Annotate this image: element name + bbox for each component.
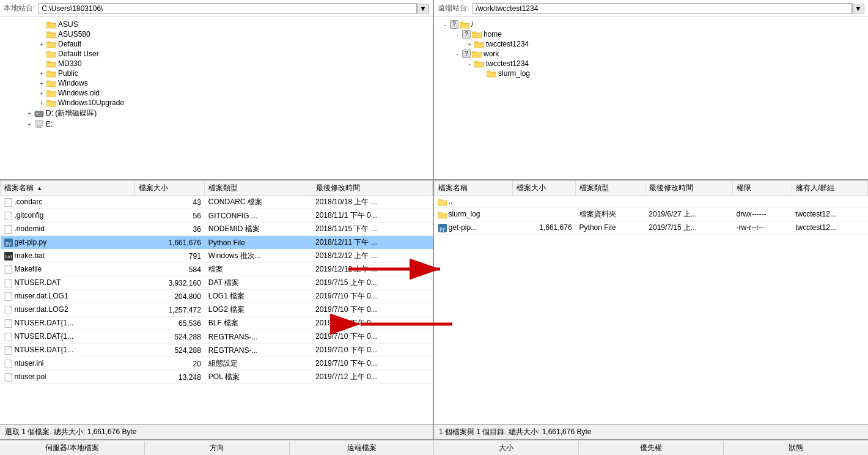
right-col-owner[interactable]: 擁有人/群組 <box>792 181 867 196</box>
right-col-size[interactable]: 檔案大小 <box>512 181 575 196</box>
right-tree-area[interactable]: -? /-? home+ twcctest1234-? work- twccte… <box>434 17 868 179</box>
right-col-perms[interactable]: 權限 <box>732 181 792 196</box>
file-type: NODEMID 檔案 <box>205 223 312 236</box>
left-file-row[interactable]: NTUSER.DAT{1... 65,536 BLF 檔案 2019/7/10 … <box>1 317 433 330</box>
file-size <box>512 196 575 208</box>
right-tree-item-work[interactable]: -? work <box>434 49 868 59</box>
left-path-input[interactable] <box>39 3 417 14</box>
right-col-modified[interactable]: 最後修改時間 <box>645 181 732 196</box>
tree-toggle[interactable]: + <box>37 41 46 48</box>
tree-toggle[interactable]: + <box>24 121 34 128</box>
left-file-row[interactable]: .nodemid 36 NODEMID 檔案 2018/11/15 下午 ... <box>1 223 433 236</box>
folder-icon <box>46 59 56 68</box>
file-icon <box>4 306 13 314</box>
left-file-row[interactable]: ntuser.ini 20 組態設定 2019/7/10 下午 0... <box>1 357 433 371</box>
tree-toggle[interactable]: - <box>465 61 474 67</box>
left-tree-item-drive_e[interactable]: + E: <box>0 119 433 129</box>
bottom-bar-item-方向[interactable]: 方向 <box>145 441 290 455</box>
left-col-name[interactable]: 檔案名稱 ▲ <box>1 181 135 196</box>
file-size: 584 <box>134 263 205 276</box>
file-type: GITCONFIG ... <box>205 209 312 223</box>
tree-toggle[interactable]: + <box>37 80 46 87</box>
file-name: NTUSER.DAT <box>1 276 135 290</box>
tree-toggle[interactable]: + <box>24 110 34 117</box>
left-col-type[interactable]: 檔案類型 <box>205 181 312 196</box>
tree-item-label: ASUS <box>58 20 78 29</box>
left-file-row[interactable]: .gitconfig 56 GITCONFIG ... 2018/11/1 下午… <box>1 209 433 223</box>
right-file-row[interactable]: pyget-pip... 1,661,676 Python File 2019/… <box>435 221 868 234</box>
left-tree-item-public[interactable]: + Public <box>0 68 433 78</box>
bottom-bar-item-狀態[interactable]: 狀態 <box>724 441 868 455</box>
right-file-scroll[interactable]: 檔案名稱 檔案大小 檔案類型 最後修改時間 權限 擁有人/群組 .. <box>434 180 868 424</box>
left-tree-area[interactable]: ASUS ASUS580+ Default Default User MD330… <box>0 17 433 179</box>
file-name: .condarc <box>1 196 135 209</box>
right-col-name[interactable]: 檔案名稱 <box>435 181 513 196</box>
right-path-input[interactable] <box>473 3 852 14</box>
right-tree-item-root[interactable]: -? / <box>434 20 868 29</box>
left-file-scroll[interactable]: 檔案名稱 ▲ 檔案大小 檔案類型 最後修改時間 .condarc 43 COND… <box>0 180 433 424</box>
left-file-row[interactable]: batmake.bat 791 Windows 批次... 2018/12/12… <box>1 250 433 263</box>
left-file-row[interactable]: NTUSER.DAT{1... 524,288 REGTRANS-... 201… <box>1 330 433 344</box>
left-tree-item-windows[interactable]: + Windows <box>0 78 433 88</box>
left-file-row[interactable]: NTUSER.DAT{1... 524,288 REGTRANS-... 201… <box>1 344 433 357</box>
file-name: NTUSER.DAT{1... <box>1 344 135 357</box>
bottom-bar-item-優先權[interactable]: 優先權 <box>579 441 724 455</box>
left-file-row[interactable]: ntuser.dat.LOG2 1,257,472 LOG2 檔案 2019/7… <box>1 303 433 317</box>
right-col-type[interactable]: 檔案類型 <box>576 181 645 196</box>
left-tree-item-md330[interactable]: MD330 <box>0 59 433 68</box>
file-type: LOG1 檔案 <box>205 290 312 303</box>
file-size: 36 <box>134 223 205 236</box>
tree-toggle[interactable]: + <box>37 70 46 77</box>
folder-icon <box>474 59 484 68</box>
file-size: 204,800 <box>134 290 205 303</box>
left-tree-item-windowsold[interactable]: + Windows.old <box>0 88 433 98</box>
tree-item-label: / <box>471 20 473 29</box>
left-file-row[interactable]: pyget-pip.py 1,661,676 Python File 2018/… <box>1 236 433 250</box>
right-file-list: 檔案名稱 檔案大小 檔案類型 最後修改時間 權限 擁有人/群組 .. <box>434 180 868 424</box>
left-tree-item-windows10upgrade[interactable]: + Windows10Upgrade <box>0 98 433 108</box>
file-size <box>512 207 575 221</box>
left-col-size[interactable]: 檔案大小 <box>134 181 205 196</box>
right-path-dropdown[interactable]: ▼ <box>852 4 864 13</box>
left-tree-item-default[interactable]: + Default <box>0 39 433 49</box>
right-file-row[interactable]: .. <box>435 196 868 208</box>
tree-item-label: Windows10Upgrade <box>58 98 124 107</box>
file-icon <box>4 292 13 301</box>
left-tree-item-asus[interactable]: ASUS <box>0 20 433 29</box>
file-type: REGTRANS-... <box>205 330 312 344</box>
right-tree-item-home[interactable]: -? home <box>434 29 868 39</box>
left-tree-item-defaultuser[interactable]: Default User <box>0 49 433 59</box>
left-tree-panel: 本地站台: ▼ ASUS ASUS580+ Default Default Us… <box>0 0 434 179</box>
left-tree-item-drive_d[interactable]: + D: (新增磁碟區) <box>0 108 433 119</box>
right-tree-item-twcctest1234_home[interactable]: + twcctest1234 <box>434 39 868 49</box>
tree-toggle[interactable]: + <box>37 90 46 97</box>
file-type: Windows 批次... <box>205 250 312 263</box>
bottom-bar-item-遠端檔案[interactable]: 遠端檔案 <box>290 441 435 455</box>
left-col-modified[interactable]: 最後修改時間 <box>312 181 433 196</box>
left-path-dropdown[interactable]: ▼ <box>417 4 429 13</box>
file-icon <box>4 346 13 355</box>
file-icon: py <box>438 224 447 232</box>
right-file-row[interactable]: slurm_log 檔案資料夾 2019/6/27 上... drwx-----… <box>435 207 868 221</box>
left-file-row[interactable]: NTUSER.DAT 3,932,160 DAT 檔案 2019/7/15 上午… <box>1 276 433 290</box>
file-name: batmake.bat <box>1 250 135 263</box>
folder-icon <box>487 69 496 78</box>
tree-toggle[interactable]: + <box>37 100 46 106</box>
left-file-row[interactable]: .condarc 43 CONDARC 檔案 2018/10/18 上午 ... <box>1 196 433 209</box>
left-tree-item-asus580[interactable]: ASUS580 <box>0 29 433 39</box>
left-file-row[interactable]: Makefile 584 檔案 2019/12/12 上午 ... <box>1 263 433 276</box>
bottom-bar-item-大小[interactable]: 大小 <box>434 441 579 455</box>
svg-text:py: py <box>6 241 12 246</box>
right-tree-item-slurm_log[interactable]: slurm_log <box>434 68 868 78</box>
file-owner <box>792 196 867 208</box>
tree-item-label: Default User <box>58 50 99 58</box>
sort-arrow-name: ▲ <box>37 185 42 191</box>
tree-toggle[interactable]: + <box>465 41 474 48</box>
right-tree-item-twcctest1234_work[interactable]: - twcctest1234 <box>434 59 868 68</box>
left-file-row[interactable]: ntuser.dat.LOG1 204,800 LOG1 檔案 2019/7/1… <box>1 290 433 303</box>
bottom-bar-item-伺服器/本地檔案[interactable]: 伺服器/本地檔案 <box>0 441 145 455</box>
tree-toggle[interactable]: - <box>452 51 462 57</box>
tree-toggle[interactable]: - <box>440 21 450 28</box>
left-file-row[interactable]: ntuser.pol 13,248 POL 檔案 2019/7/12 上午 0.… <box>1 371 433 384</box>
tree-toggle[interactable]: - <box>452 31 462 38</box>
